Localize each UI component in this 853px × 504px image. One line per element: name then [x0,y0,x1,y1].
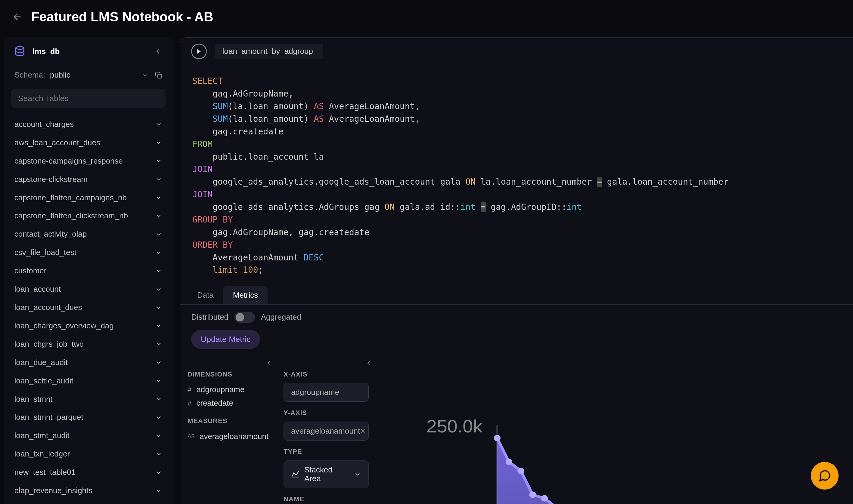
toggle-distributed-label: Distributed [191,313,228,322]
cell-name-input[interactable] [215,43,323,59]
dimension-field[interactable]: #createdate [188,396,269,410]
chevron-down-icon [155,194,162,201]
table-item[interactable]: loan_chgrs_job_two [8,335,168,353]
dimensions-label: DIMENSIONS [188,371,269,378]
database-name: lms_db [33,47,60,56]
chevron-down-icon [155,231,162,238]
chevron-down-icon [354,471,361,478]
chat-fab-button[interactable] [811,462,838,489]
run-cell-button[interactable] [191,43,207,59]
copy-icon[interactable] [155,72,162,79]
table-item[interactable]: loan_account_dues [8,298,168,317]
table-item[interactable]: loan_charges_overview_dag [8,317,168,335]
config-panel: X-AXIS adgroupname Y-AXIS averageloanamo… [276,356,376,504]
svg-text:250.0k: 250.0k [426,417,483,436]
chevron-down-icon [155,212,162,219]
chart-panel: Loan Amount By AdGroup How Various Campa… [376,356,853,504]
result-tabs: DataMetrics [180,286,853,305]
page-title: Featured LMS Notebook - AB [31,9,213,24]
table-item[interactable]: account_charges [8,115,168,133]
top-header: Featured LMS Notebook - AB NotebookStory… [0,0,853,34]
collapse-config-icon[interactable] [365,360,372,367]
dimensions-panel: DIMENSIONS #adgroupname#createdate MEASU… [180,356,276,504]
svg-point-27 [541,495,548,502]
chevron-down-icon [155,304,162,311]
chevron-down-icon [155,157,162,164]
measure-field[interactable]: ABaverageloanamount [188,430,269,443]
chart-title: Loan Amount By AdGroup [386,366,853,378]
sql-editor[interactable]: SELECT gag.AdGroupName, SUM(la.loan_amou… [180,65,853,286]
collapse-dimensions-icon[interactable] [265,360,273,367]
svg-marker-14 [197,49,201,54]
table-item[interactable]: loan_txn_ledger [8,445,168,463]
chevron-down-icon [155,267,162,274]
area-chart-icon [291,470,299,479]
table-item[interactable]: capstone_flatten_campaigns_nb [8,188,168,207]
chevron-down-icon [155,322,162,329]
chevron-down-icon [155,176,162,183]
yaxis-field[interactable]: averageloanamount ✕ [283,421,368,440]
measures-label: MEASURES [188,417,269,425]
svg-point-25 [518,468,524,474]
area-chart: 050.0k100.0k150.0k200.0k250.0k OrganiVer… [386,408,853,504]
table-item[interactable]: csv_file_load_test [8,243,168,262]
chevron-down-icon [155,469,162,476]
chevron-down-icon [155,450,162,458]
xaxis-label: X-AXIS [283,371,368,378]
chart-type-select[interactable]: Stacked Area [283,461,368,488]
table-item[interactable]: customer [8,262,168,280]
chevron-down-icon [155,340,162,348]
table-item[interactable]: loan_stmnt [8,390,168,408]
table-item[interactable]: olap_revenue_insights [8,482,168,500]
table-item[interactable]: loan_stmnt_parquet [8,408,168,427]
chevron-down-icon[interactable] [142,72,149,79]
table-item[interactable]: new_test_table01 [8,463,168,482]
name-label: NAME [283,495,368,503]
search-tables-input[interactable] [11,89,166,108]
table-item[interactable]: loan_account [8,280,168,298]
database-icon [15,46,27,58]
result-tab-data[interactable]: Data [188,286,223,304]
chevron-down-icon [155,395,162,403]
chevron-down-icon [155,139,162,146]
aggregation-toggle[interactable] [234,312,255,323]
table-item[interactable]: loan_stmt_audit [8,427,168,445]
schema-value[interactable]: public [50,71,70,79]
table-item[interactable]: capstone-clickstream [8,170,168,188]
update-metric-button[interactable]: Update Metric [191,330,260,349]
toggle-aggregated-label: Aggregated [261,313,301,322]
table-item[interactable]: loan_due_audit [8,353,168,372]
chevron-down-icon [155,359,162,366]
table-item[interactable]: capstone-campaigns_response [8,152,168,170]
svg-point-24 [506,459,512,465]
svg-point-12 [16,46,24,49]
chart-legend: averageloanamount [386,393,853,402]
svg-rect-13 [158,74,162,78]
collapse-sidebar-icon[interactable] [154,47,162,56]
result-tab-metrics[interactable]: Metrics [223,286,267,304]
table-list: account_chargesaws_loan_account_duescaps… [4,113,173,504]
chevron-down-icon [155,414,162,421]
remove-yaxis-icon[interactable]: ✕ [360,427,365,435]
svg-point-26 [529,492,536,498]
back-icon[interactable] [12,12,23,22]
table-item[interactable]: capstone_flatten_clickstream_nb [8,207,168,225]
chevron-down-icon [155,432,162,439]
chart-subtitle: How Various Campaigns Affected Loan Disb… [386,380,853,389]
chevron-down-icon [155,487,162,494]
type-label: TYPE [283,448,368,455]
chevron-down-icon [155,377,162,384]
table-item[interactable]: outstaning_principal_dag [8,500,168,504]
chevron-down-icon [155,249,162,256]
xaxis-field[interactable]: adgroupname [283,383,368,402]
schema-label: Schema: [15,71,45,79]
table-item[interactable]: aws_loan_account_dues [8,133,168,152]
content-area: SELECT gag.AdGroupName, SUM(la.loan_amou… [180,37,853,504]
dimension-field[interactable]: #adgroupname [188,383,269,396]
chevron-down-icon [155,286,162,293]
table-item[interactable]: contact_activity_olap [8,225,168,243]
chevron-down-icon [155,121,162,128]
table-item[interactable]: loan_settle_audit [8,372,168,390]
sidebar: lms_db Schema: public account_chargesaws… [4,37,173,504]
yaxis-label: Y-AXIS [283,409,368,417]
